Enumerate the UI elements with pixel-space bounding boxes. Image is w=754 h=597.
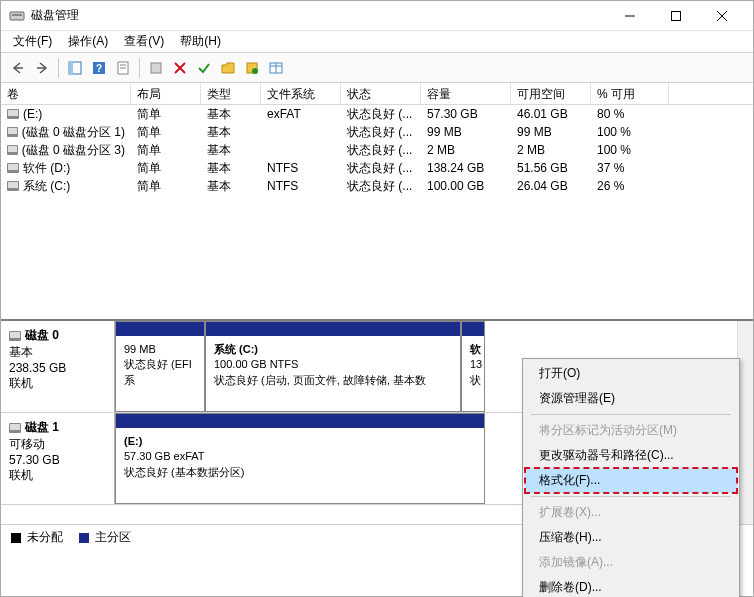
volume-icon [7, 163, 19, 173]
delete-button[interactable] [169, 57, 191, 79]
menu-action[interactable]: 操作(A) [60, 31, 116, 52]
app-icon [9, 8, 25, 24]
volume-icon [7, 127, 18, 137]
ctx-add-mirror: 添加镜像(A)... [525, 550, 737, 575]
volume-row[interactable]: (磁盘 0 磁盘分区 3)简单基本状态良好 (...2 MB2 MB100 % [1, 141, 753, 159]
forward-button[interactable] [31, 57, 53, 79]
toolbar: ? [1, 53, 753, 83]
ctx-explorer[interactable]: 资源管理器(E) [525, 386, 737, 411]
disk-size: 57.30 GB [9, 453, 106, 467]
svg-rect-9 [69, 62, 73, 74]
view-button[interactable] [64, 57, 86, 79]
svg-rect-15 [151, 63, 161, 73]
col-filesystem[interactable]: 文件系统 [261, 83, 341, 104]
close-button[interactable] [699, 2, 745, 30]
col-layout[interactable]: 布局 [131, 83, 201, 104]
context-menu: 打开(O) 资源管理器(E) 将分区标记为活动分区(M) 更改驱动器号和路径(C… [522, 358, 740, 597]
col-volume[interactable]: 卷 [1, 83, 131, 104]
menu-view[interactable]: 查看(V) [116, 31, 172, 52]
disk-size: 238.35 GB [9, 361, 106, 375]
disk-type: 可移动 [9, 436, 106, 453]
volume-row[interactable]: (E:)简单基本exFAT状态良好 (...57.30 GB46.01 GB80… [1, 105, 753, 123]
volume-icon [7, 145, 18, 155]
ctx-format[interactable]: 格式化(F)... [525, 468, 737, 493]
legend-unallocated: 未分配 [27, 529, 63, 546]
properties-button[interactable] [112, 57, 134, 79]
volume-icon [7, 181, 19, 191]
disk-state: 联机 [9, 467, 106, 484]
col-capacity[interactable]: 容量 [421, 83, 511, 104]
ctx-extend: 扩展卷(X)... [525, 500, 737, 525]
volume-row[interactable]: 系统 (C:)简单基本NTFS状态良好 (...100.00 GB26.04 G… [1, 177, 753, 195]
volume-icon [7, 109, 19, 119]
window-title: 磁盘管理 [31, 7, 607, 24]
ctx-shrink[interactable]: 压缩卷(H)... [525, 525, 737, 550]
svg-point-19 [252, 68, 258, 74]
minimize-button[interactable] [607, 2, 653, 30]
partition-block[interactable]: (E:)57.30 GB exFAT状态良好 (基本数据分区) [115, 413, 485, 504]
disk-type: 基本 [9, 344, 106, 361]
refresh-button[interactable] [145, 57, 167, 79]
folder-button[interactable] [217, 57, 239, 79]
col-type[interactable]: 类型 [201, 83, 261, 104]
partition-block[interactable]: 软13状 [461, 321, 485, 412]
svg-text:?: ? [96, 63, 102, 74]
help-button[interactable]: ? [88, 57, 110, 79]
menu-help[interactable]: 帮助(H) [172, 31, 229, 52]
disk-state: 联机 [9, 375, 106, 392]
legend-primary: 主分区 [95, 529, 131, 546]
check-button[interactable] [193, 57, 215, 79]
ctx-mark-active: 将分区标记为活动分区(M) [525, 418, 737, 443]
col-pctfree[interactable]: % 可用 [591, 83, 669, 104]
action-button[interactable] [241, 57, 263, 79]
maximize-button[interactable] [653, 2, 699, 30]
svg-rect-3 [672, 11, 681, 20]
volume-list: 卷 布局 类型 文件系统 状态 容量 可用空间 % 可用 (E:)简单基本exF… [1, 83, 753, 319]
ctx-open[interactable]: 打开(O) [525, 361, 737, 386]
svg-rect-1 [12, 14, 22, 16]
disk-label: 磁盘 1 [9, 419, 106, 436]
disk-label: 磁盘 0 [9, 327, 106, 344]
list-button[interactable] [265, 57, 287, 79]
menu-file[interactable]: 文件(F) [5, 31, 60, 52]
ctx-delete[interactable]: 删除卷(D)... [525, 575, 737, 597]
partition-block[interactable]: 系统 (C:)100.00 GB NTFS状态良好 (启动, 页面文件, 故障转… [205, 321, 461, 412]
legend-unallocated-swatch [11, 533, 21, 543]
col-status[interactable]: 状态 [341, 83, 421, 104]
col-free[interactable]: 可用空间 [511, 83, 591, 104]
back-button[interactable] [7, 57, 29, 79]
legend-primary-swatch [79, 533, 89, 543]
ctx-change-letter[interactable]: 更改驱动器号和路径(C)... [525, 443, 737, 468]
partition-block[interactable]: 99 MB状态良好 (EFI 系 [115, 321, 205, 412]
volume-row[interactable]: (磁盘 0 磁盘分区 1)简单基本状态良好 (...99 MB99 MB100 … [1, 123, 753, 141]
volume-row[interactable]: 软件 (D:)简单基本NTFS状态良好 (...138.24 GB51.56 G… [1, 159, 753, 177]
